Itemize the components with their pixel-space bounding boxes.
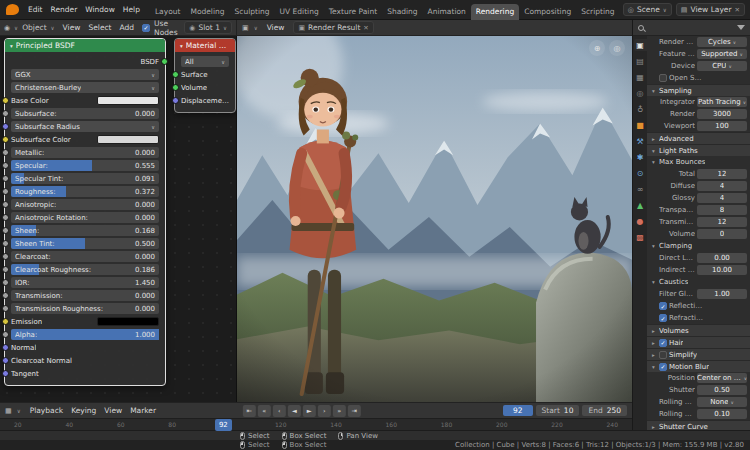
property-value[interactable]: Supported ∨ (697, 49, 747, 59)
node-row[interactable]: Surface ∨ (181, 69, 229, 80)
shader-editor[interactable]: ▾ Principled BSDF BSDF (0, 36, 237, 402)
property-value[interactable]: 0.00 ∨ (697, 253, 747, 263)
properties-tab[interactable]: ▣ (634, 39, 647, 51)
unlink-icon[interactable]: ✕ (363, 24, 368, 32)
property-value[interactable]: 100 ∨ (697, 121, 747, 131)
collapse-icon[interactable]: ▾ (10, 43, 13, 49)
frame-end-field[interactable]: End250 (582, 405, 627, 416)
workspace-tab[interactable]: Shading (382, 4, 422, 20)
image-datablock-selector[interactable]: ▣ Render Result ✕ (293, 21, 373, 34)
node-socket[interactable] (2, 318, 9, 325)
image-editor-icon[interactable]: ▣ (242, 24, 249, 32)
node-socket[interactable] (2, 149, 9, 156)
properties-row[interactable]: Render 3000 ∨ (647, 108, 750, 120)
menu-item[interactable]: Window (81, 5, 119, 14)
properties-row[interactable]: Glossy 4 ∨ (647, 192, 750, 204)
node-socket[interactable] (2, 162, 9, 169)
checkbox[interactable] (659, 314, 667, 322)
disclosure-arrow-icon[interactable]: ▾ (650, 148, 657, 154)
menu-item[interactable]: Keying (67, 406, 100, 415)
property-value[interactable]: 8 ∨ (697, 205, 747, 215)
node-row[interactable]: BSDF ∨ (11, 56, 159, 67)
property-value[interactable]: 12 ∨ (697, 169, 747, 179)
search-icon[interactable] (638, 25, 644, 31)
close-icon[interactable]: ✕ (735, 6, 740, 14)
node-socket[interactable] (161, 58, 168, 65)
node-row[interactable]: Normal ∨ (11, 342, 159, 353)
timeline-editor-icon[interactable]: ▦ (5, 407, 12, 415)
color-swatch[interactable] (97, 135, 159, 144)
property-value[interactable]: 0 ∨ (697, 229, 747, 239)
properties-row[interactable]: Rolling Shutter None ∨ (647, 396, 750, 408)
collapse-icon[interactable]: ▾ (180, 43, 183, 49)
node-row[interactable]: IOR: 1.450 ∨ (11, 277, 159, 288)
node-row[interactable]: Emission ∨ (11, 316, 159, 327)
workspace-tab[interactable]: Compositing (519, 4, 576, 20)
view-layer-selector[interactable]: ▤ View Layer ✕ (676, 3, 745, 16)
workspace-tab[interactable]: Rendering (471, 4, 519, 20)
checkbox[interactable] (659, 363, 667, 371)
node-socket[interactable] (2, 214, 9, 221)
node-socket[interactable] (2, 357, 9, 364)
properties-row[interactable]: Transparency 8 ∨ (647, 204, 750, 216)
node-header[interactable]: ▾ Principled BSDF (5, 39, 165, 52)
node-row[interactable]: Clearcoat: 0.000 ∨ (11, 251, 159, 262)
node-socket[interactable] (2, 110, 9, 117)
node-row[interactable]: Specular: 0.555 ∨ (11, 160, 159, 171)
properties-row[interactable]: ▾ Max Bounces ∨ (647, 156, 750, 168)
node-socket[interactable] (2, 266, 9, 273)
properties-row[interactable]: ▾ Light Paths ∨ (647, 144, 750, 156)
node-socket[interactable] (2, 305, 9, 312)
node-socket[interactable] (2, 227, 9, 234)
node-row[interactable]: Sheen Tint: 0.500 ∨ (11, 238, 159, 249)
material-output-node[interactable]: ▾ Material Out... All ∨ (174, 38, 236, 113)
slot-selector[interactable]: ◉ Slot 1 ∨ (184, 21, 232, 34)
checkbox[interactable] (659, 339, 667, 347)
node-row[interactable]: GGX ∨ (11, 69, 159, 80)
workspace-tab[interactable]: Texture Paint (324, 4, 382, 20)
disclosure-arrow-icon[interactable]: ▸ (650, 328, 657, 334)
node-socket[interactable] (2, 175, 9, 182)
node-row[interactable]: Volume ∨ (181, 82, 229, 93)
workspace-tab[interactable]: Layout (150, 4, 186, 20)
property-value[interactable]: 0.10 ∨ (697, 409, 747, 419)
properties-row[interactable]: ▾ Clamping ∨ (647, 240, 750, 252)
properties-row[interactable]: Direct Light 0.00 ∨ (647, 252, 750, 264)
image-editor-viewport[interactable]: ⊕ ◎ (237, 36, 632, 402)
disclosure-arrow-icon[interactable]: ▾ (650, 159, 657, 165)
disclosure-arrow-icon[interactable]: ▸ (650, 352, 657, 358)
properties-row[interactable]: Rolling Shutter Dur... 0.10 ∨ (647, 408, 750, 420)
properties-tab[interactable]: ▦ (634, 71, 647, 83)
properties-tab[interactable]: ▲ (634, 199, 647, 211)
property-value[interactable]: Center on Frame ∨ (697, 373, 747, 383)
node-socket[interactable] (2, 292, 9, 299)
properties-row[interactable]: Device CPU ∨ (647, 60, 750, 72)
disclosure-arrow-icon[interactable]: ▾ (650, 279, 657, 285)
transport-button[interactable]: » (333, 405, 346, 417)
node-socket[interactable] (2, 279, 9, 286)
node-row[interactable]: Subsurface: 0.000 ∨ (11, 108, 159, 119)
workspace-tab[interactable]: UV Editing (275, 4, 324, 20)
properties-tab[interactable]: ⊙ (634, 167, 647, 179)
node-row[interactable]: Subsurface Color ∨ (11, 134, 159, 145)
checkbox[interactable] (659, 302, 667, 310)
checkbox[interactable] (659, 351, 667, 359)
properties-row[interactable]: ▸ Advanced ∨ (647, 132, 750, 144)
properties-row[interactable]: Transmission 12 ∨ (647, 216, 750, 228)
node-row[interactable]: Alpha: 1.000 ∨ (11, 329, 159, 340)
node-socket[interactable] (2, 201, 9, 208)
disclosure-arrow-icon[interactable]: ▸ (650, 424, 657, 430)
node-row[interactable]: Transmission: 0.000 ∨ (11, 290, 159, 301)
properties-row[interactable]: Total 12 ∨ (647, 168, 750, 180)
properties-tab[interactable]: ▩ (634, 231, 647, 243)
node-row[interactable]: Base Color ∨ (11, 95, 159, 106)
properties-row[interactable]: Shutter 0.50 ∨ (647, 384, 750, 396)
workspace-tab[interactable]: Modeling (185, 4, 229, 20)
properties-row[interactable]: ▾ Caustics ∨ (647, 276, 750, 288)
menu-item[interactable]: Playback (26, 406, 67, 415)
properties-row[interactable]: Diffuse 4 ∨ (647, 180, 750, 192)
properties-row[interactable]: ▾ Sampling ∨ (647, 84, 750, 96)
properties-row[interactable]: Feature Set Supported ∨ (647, 48, 750, 60)
properties-tab[interactable]: ⚒ (634, 135, 647, 147)
property-value[interactable]: 12 ∨ (697, 217, 747, 227)
